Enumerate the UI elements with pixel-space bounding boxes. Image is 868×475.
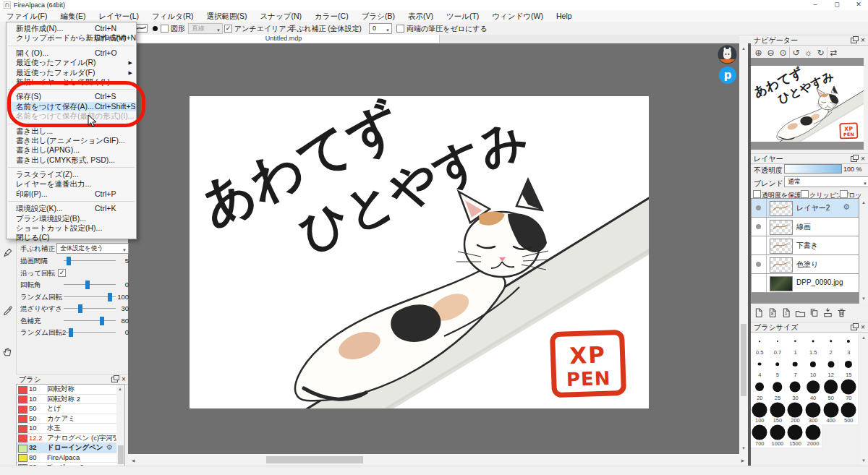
opacity-slider[interactable] <box>784 164 842 174</box>
add-8bit-layer-icon[interactable]: 8 <box>767 307 778 321</box>
brush-size-option[interactable]: 1500 <box>786 424 805 448</box>
layer-list-scrollbar[interactable]: ▲ ▼ <box>860 198 868 304</box>
add-1bit-layer-icon[interactable]: 1 <box>781 307 792 321</box>
follow-rotation-checkbox[interactable]: ✓ <box>58 269 66 277</box>
delete-layer-icon[interactable] <box>836 307 847 321</box>
canvas-artwork[interactable] <box>190 96 649 408</box>
brush-size-option[interactable]: 30 <box>786 379 805 403</box>
clipping-checkbox[interactable] <box>801 190 809 198</box>
brush-size-option[interactable]: 700 <box>751 424 770 448</box>
menubar-item[interactable]: スナップ(N) <box>254 10 309 22</box>
antialias-checkbox[interactable]: ✓ <box>224 25 232 33</box>
scroll-down-icon[interactable]: ▼ <box>861 458 867 463</box>
menubar-item[interactable]: ブラシ(B) <box>355 10 401 22</box>
scroll-right-icon[interactable]: ▶ <box>740 458 746 463</box>
brush-size-option[interactable]: 100 <box>751 402 770 426</box>
add-layer-icon[interactable] <box>754 307 765 321</box>
hand-tool-icon[interactable] <box>2 346 13 360</box>
brush-size-option[interactable]: 12 <box>822 356 841 380</box>
layer-row[interactable]: レイヤー2 ⚙ <box>752 199 859 218</box>
canvas-vscrollbar[interactable]: ▲ ▼ <box>739 43 748 454</box>
hscroll-thumb[interactable] <box>266 456 363 463</box>
menu-item[interactable]: 開く(O)... Ctrl+O <box>7 48 136 58</box>
layer-row[interactable]: 下書き <box>752 236 859 255</box>
vscroll-thumb[interactable] <box>741 324 746 396</box>
menu-item[interactable]: 閉じる(C) <box>7 233 136 242</box>
brush-size-option[interactable]: 200 <box>786 402 805 426</box>
brush-list-item[interactable]: 10 回転対称 2 <box>17 395 124 405</box>
brush-size-option[interactable]: 1 <box>786 333 805 357</box>
protect-alpha-checkbox[interactable] <box>753 190 761 198</box>
brush-list-item[interactable]: 80 FireAlpaca <box>17 453 124 463</box>
brush-size-option[interactable]: 1000 <box>769 424 788 448</box>
brush-list-item[interactable]: 12.2 アナログペン (c)宇河弘樹 <box>17 434 124 444</box>
menubar-item[interactable]: 選択範囲(S) <box>200 10 254 22</box>
menubar-item[interactable]: ファイル(F) <box>0 10 54 22</box>
menu-item[interactable]: 書き出し... <box>7 127 136 136</box>
setting-slider[interactable] <box>64 332 116 333</box>
scroll-up-icon[interactable]: ▲ <box>117 386 123 392</box>
menu-item[interactable]: 書き出し(アニメーションGIF)... <box>7 136 136 145</box>
eyedropper-tool-icon[interactable] <box>2 305 13 319</box>
pixiv-badge[interactable]: p <box>719 67 736 84</box>
scroll-up-icon[interactable]: ▲ <box>861 200 867 205</box>
float-panel-icon[interactable] <box>851 325 857 330</box>
brush-scroll-thumb[interactable] <box>118 445 124 464</box>
scroll-up-icon[interactable]: ▲ <box>861 335 867 341</box>
menu-item[interactable]: ラスタライズ(Z)... <box>7 170 136 179</box>
brush-size-option[interactable]: 0.7 <box>769 333 788 357</box>
merge-down-icon[interactable] <box>822 307 833 321</box>
brush-size-option[interactable]: 150 <box>769 402 788 426</box>
brush-size-option[interactable]: 40 <box>804 379 823 403</box>
menu-item[interactable]: 書き出し(APNG)... <box>7 145 136 155</box>
menu-item[interactable]: クリップボードから新規作成(V) Ctrl+Shift+N <box>7 33 136 43</box>
float-panel-icon[interactable] <box>851 38 857 43</box>
menu-item[interactable]: 印刷(P)... Ctrl+P <box>7 189 136 199</box>
canvas-hscrollbar[interactable]: ◀ ▶ <box>128 454 748 466</box>
maximize-button[interactable]: ◻ <box>830 0 843 9</box>
menubar-item[interactable]: 表示(V) <box>401 10 440 22</box>
layer-row[interactable]: 色塗り <box>752 255 859 274</box>
navigator-thumbnail[interactable] <box>751 58 864 150</box>
brush-settings-icon[interactable]: ⚙ <box>106 443 113 453</box>
layer-row[interactable]: 線画 <box>752 218 859 236</box>
zero-pressure-checkbox[interactable] <box>396 25 404 33</box>
document-tab[interactable]: Untitled.mdp <box>128 35 440 43</box>
close-panel-icon[interactable]: × <box>861 35 865 45</box>
brush-size-option[interactable]: 500 <box>840 402 859 426</box>
menubar-item[interactable]: フィルタ(R) <box>145 10 200 22</box>
menu-item[interactable]: レイヤーを連番出力... <box>7 179 136 189</box>
brush-size-option[interactable]: 25 <box>769 379 788 403</box>
close-button[interactable]: ✕ <box>852 0 865 9</box>
setting-slider[interactable] <box>64 308 116 309</box>
brush-list-item[interactable]: 10 回転対称 <box>17 385 124 395</box>
menu-item[interactable]: 環境設定(K)... Ctrl+K <box>7 204 136 213</box>
brush-list-item[interactable]: 50 とげ <box>17 404 124 414</box>
stabilizer-setting-dropdown[interactable]: 全体設定を使う▼ <box>56 243 129 254</box>
menu-item[interactable]: 書き出し(CMYK形式, PSD)... <box>7 155 136 165</box>
layer-visibility-toggle[interactable] <box>752 218 767 236</box>
close-panel-icon[interactable]: × <box>861 154 865 163</box>
duplicate-layer-icon[interactable] <box>809 307 820 321</box>
menu-item[interactable]: 保存(S) Ctrl+S <box>7 92 136 101</box>
setting-slider[interactable] <box>64 296 116 297</box>
brush-size-scrollbar[interactable]: ▲ ▼ <box>860 333 868 466</box>
layer-settings-icon[interactable]: ⚙ <box>843 202 850 212</box>
menubar-item[interactable]: 編集(E) <box>54 10 92 22</box>
menubar-item[interactable]: レイヤー(L) <box>92 10 145 22</box>
menubar-item[interactable]: Help <box>550 10 579 22</box>
brush-size-option[interactable]: 0.5 <box>751 333 770 357</box>
minimize-button[interactable]: – <box>809 0 822 9</box>
stabilizer-value-dropdown[interactable]: 0▼ <box>369 23 392 34</box>
layer-visibility-toggle[interactable] <box>752 199 767 217</box>
layer-folder-icon[interactable] <box>795 307 806 321</box>
alpaca-avatar[interactable] <box>718 45 737 64</box>
close-panel-icon[interactable]: × <box>861 322 865 332</box>
pen-tool-icon[interactable] <box>2 247 13 261</box>
scroll-up-icon[interactable]: ▲ <box>741 46 746 51</box>
brush-list-item[interactable]: 10 水玉 <box>17 424 124 434</box>
shape-checkbox[interactable] <box>161 25 169 33</box>
brush-size-option[interactable]: 4 <box>751 356 770 380</box>
menu-item[interactable]: 新規レイヤーとして開く(L)... <box>7 77 136 87</box>
layer-visibility-toggle[interactable] <box>752 274 767 292</box>
